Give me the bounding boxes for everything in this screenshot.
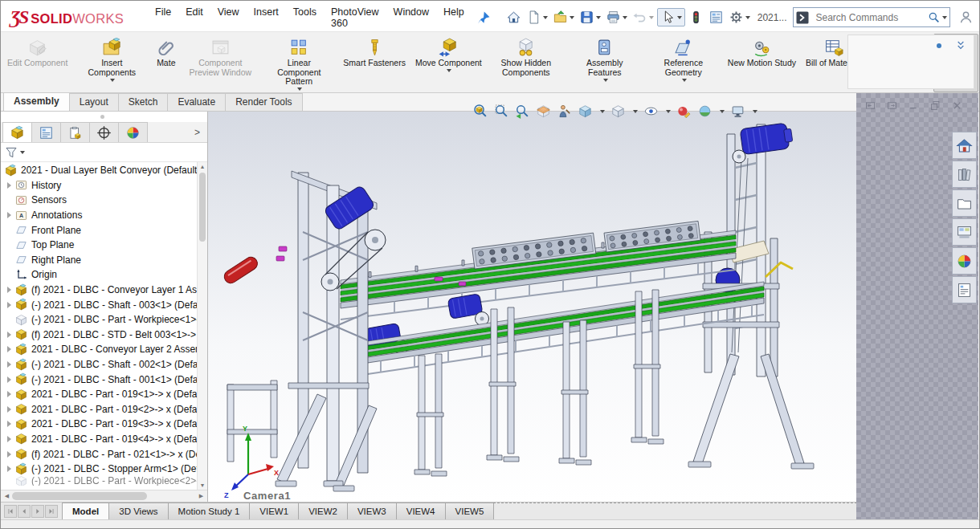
undo-button[interactable] bbox=[631, 9, 655, 26]
dropdown-caret[interactable] bbox=[543, 16, 548, 19]
appearances-scenes-tab[interactable] bbox=[952, 247, 977, 275]
filter-funnel-icon[interactable] bbox=[4, 145, 18, 160]
tree-item[interactable]: (-) 2021 - DLBC - Shaft - 002<1> (Defaul… bbox=[1, 357, 207, 372]
view-palette-tab[interactable] bbox=[952, 218, 977, 246]
search-go-icon[interactable] bbox=[795, 10, 810, 25]
dropdown-caret[interactable] bbox=[745, 16, 750, 19]
zoom-to-fit-icon[interactable] bbox=[473, 104, 488, 119]
tree-item[interactable]: 2021 - DLBC - Part - 019<2>-> x (Default… bbox=[1, 402, 207, 417]
menu-item-view[interactable]: View bbox=[210, 3, 247, 32]
insert-components-button[interactable]: Insert Components bbox=[72, 34, 151, 92]
component-preview-window-button[interactable]: Component Preview Window bbox=[181, 34, 259, 92]
tree-item[interactable]: (f) 2021 - DLBC - Conveyor Layer 1 Assem… bbox=[1, 283, 207, 298]
mate-button[interactable]: Mate bbox=[151, 34, 181, 92]
expand-arrow-icon[interactable] bbox=[7, 466, 11, 472]
interference-traffic-light-button[interactable] bbox=[687, 9, 705, 26]
child-restore-icon[interactable] bbox=[929, 100, 941, 115]
dropdown-caret[interactable] bbox=[623, 16, 627, 19]
tree-item[interactable]: (-) 2021 - DLBC - Shaft - 003<1> (Defaul… bbox=[1, 297, 207, 312]
tree-item[interactable]: 2021 - DLBC - Part - 019<3>-> x (Default… bbox=[1, 417, 207, 432]
bottom-first-button[interactable] bbox=[4, 505, 17, 518]
tree-item[interactable]: 2021 - Dual Layer Belt Conveyor (Default… bbox=[1, 163, 207, 178]
child-prev-icon[interactable] bbox=[864, 100, 876, 115]
expand-arrow-icon[interactable] bbox=[7, 287, 11, 293]
print-button[interactable] bbox=[604, 9, 629, 26]
tree-item[interactable]: Sensors bbox=[1, 193, 207, 208]
scroll-down-arrow[interactable]: ▼ bbox=[198, 482, 207, 488]
menu-item-photoview-360[interactable]: PhotoView 360 bbox=[324, 3, 386, 32]
tree-item[interactable]: Top Plane bbox=[1, 238, 207, 253]
dropdown-caret[interactable] bbox=[110, 79, 115, 82]
tree-item[interactable]: (-) 2021 - DLBC - Part - Workpiece<1>-> … bbox=[1, 312, 207, 328]
scroll-up-arrow[interactable]: ▲ bbox=[198, 164, 207, 169]
expand-arrow-icon[interactable] bbox=[7, 182, 11, 189]
assembly-xpert-icon[interactable] bbox=[557, 104, 572, 119]
tree-item[interactable]: (f) 2021 - DLBC - Part - 021<1>-> x (Def… bbox=[1, 446, 207, 462]
open-button[interactable] bbox=[551, 9, 576, 26]
tree-item[interactable]: (f) 2021 - DLBC - STD - Belt 003<1>-> x … bbox=[1, 328, 207, 343]
chevron-double-down-icon[interactable] bbox=[954, 39, 967, 84]
dropdown-caret[interactable] bbox=[677, 16, 682, 19]
tree-item[interactable]: Front Plane bbox=[1, 222, 207, 238]
expand-arrow-icon[interactable] bbox=[7, 421, 11, 427]
panel-expand-arrow[interactable]: > bbox=[187, 122, 207, 142]
expand-arrow-icon[interactable] bbox=[7, 212, 11, 218]
menu-item-file[interactable]: File bbox=[148, 3, 178, 32]
tree-item[interactable]: 2021 - DLBC - Part - 019<1>-> x (Default… bbox=[1, 387, 207, 402]
reference-geometry-button[interactable]: Reference Geometry bbox=[644, 34, 723, 92]
bottom-next-button[interactable] bbox=[31, 505, 44, 518]
doc-tab-view4[interactable]: VIEW4 bbox=[396, 503, 446, 519]
expand-arrow-icon[interactable] bbox=[7, 332, 11, 338]
expand-arrow-icon[interactable] bbox=[7, 391, 11, 397]
tab-sketch[interactable]: Sketch bbox=[118, 93, 169, 111]
tab-assembly[interactable]: Assembly bbox=[3, 92, 70, 111]
dropdown-caret[interactable] bbox=[596, 16, 601, 19]
tree-item[interactable]: (-) 2021 - DLBC - Shaft - 001<1> (Defaul… bbox=[1, 372, 207, 387]
filter-dropdown-caret[interactable] bbox=[20, 151, 25, 154]
menu-item-window[interactable]: Window bbox=[386, 3, 436, 32]
edit-component-button[interactable]: Edit Component bbox=[2, 34, 72, 92]
child-minimize-icon[interactable] bbox=[908, 100, 920, 115]
doc-tab-model[interactable]: Model bbox=[62, 503, 109, 519]
expand-arrow-icon[interactable] bbox=[7, 436, 11, 442]
move-component-button[interactable]: Move Component bbox=[410, 34, 487, 92]
search-dropdown-caret[interactable] bbox=[942, 16, 947, 19]
configurationmanager-tab[interactable] bbox=[60, 122, 90, 142]
featuremanager-tree-tab[interactable] bbox=[2, 122, 32, 142]
save-button[interactable] bbox=[578, 9, 602, 26]
menu-item-tools[interactable]: Tools bbox=[286, 3, 324, 32]
home-button[interactable] bbox=[504, 9, 523, 26]
dropdown-caret[interactable] bbox=[600, 110, 605, 113]
view-orientation-icon[interactable] bbox=[578, 104, 593, 119]
doc-tab-3d-views[interactable]: 3D Views bbox=[108, 503, 168, 519]
tree-item[interactable]: History bbox=[1, 178, 207, 193]
design-library-tab[interactable] bbox=[952, 161, 977, 188]
view-settings-icon[interactable] bbox=[730, 104, 745, 119]
expand-arrow-icon[interactable] bbox=[7, 451, 11, 458]
dropdown-caret[interactable] bbox=[753, 110, 757, 113]
select-cursor-button[interactable] bbox=[657, 8, 685, 26]
dropdown-caret[interactable] bbox=[720, 110, 725, 113]
dropdown-caret[interactable] bbox=[633, 110, 638, 113]
dimxpertmanager-tab[interactable] bbox=[89, 122, 119, 142]
assembly-features-button[interactable]: Assembly Features bbox=[566, 34, 644, 92]
tree-item[interactable]: 2021 - DLBC - Conveyor Layer 2 Assembly bbox=[1, 342, 207, 357]
scroll-left-arrow[interactable]: ◀ bbox=[2, 493, 12, 499]
menu-item-edit[interactable]: Edit bbox=[178, 3, 210, 32]
doc-tab-view2[interactable]: VIEW2 bbox=[298, 503, 348, 519]
tab-render-tools[interactable]: Render Tools bbox=[225, 93, 303, 111]
show-hidden-components-button[interactable]: Show Hidden Components bbox=[487, 34, 566, 92]
graphics-viewport[interactable]: X Y Z Camera1 bbox=[208, 112, 857, 502]
display-style-icon[interactable] bbox=[610, 104, 626, 119]
edit-appearance-icon[interactable] bbox=[676, 104, 692, 119]
tab-layout[interactable]: Layout bbox=[69, 93, 119, 111]
dropdown-caret[interactable] bbox=[447, 69, 451, 72]
file-explorer-tab[interactable] bbox=[952, 189, 977, 217]
tree-item[interactable]: Right Plane bbox=[1, 253, 207, 268]
linear-component-pattern-button[interactable]: Linear Component Pattern bbox=[259, 34, 338, 92]
zoom-to-area-icon[interactable] bbox=[494, 104, 509, 119]
expand-arrow-icon[interactable] bbox=[7, 302, 11, 308]
task-list-button[interactable] bbox=[707, 9, 725, 26]
expand-arrow-icon[interactable] bbox=[7, 346, 11, 352]
menu-item-help[interactable]: Help bbox=[436, 3, 472, 32]
